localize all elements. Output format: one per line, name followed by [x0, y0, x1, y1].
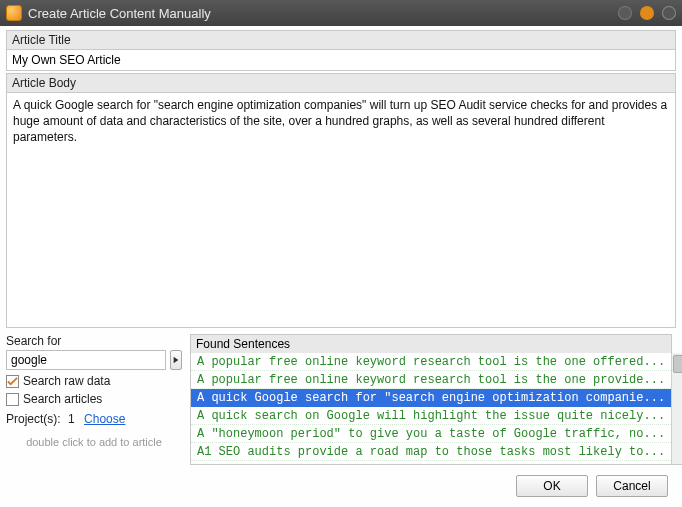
- list-item[interactable]: A1 SEO audits provide a road map to thos…: [191, 443, 671, 461]
- list-item[interactable]: A quick Google search for "search engine…: [191, 389, 671, 407]
- minimize-button[interactable]: [618, 6, 632, 20]
- search-articles-checkbox[interactable]: [6, 393, 19, 406]
- close-button[interactable]: [662, 6, 676, 20]
- search-raw-checkbox[interactable]: [6, 375, 19, 388]
- list-item[interactable]: A popular free online keyword research t…: [191, 353, 671, 371]
- search-raw-label: Search raw data: [23, 374, 110, 388]
- projects-row: Project(s): 1 Choose: [6, 412, 182, 426]
- list-item[interactable]: A popular free online keyword research t…: [191, 371, 671, 389]
- list-item[interactable]: A quick search on Google will highlight …: [191, 407, 671, 425]
- search-panel: Search for Search raw data Search articl…: [6, 334, 182, 465]
- choose-link[interactable]: Choose: [84, 412, 125, 426]
- search-input[interactable]: [6, 350, 166, 370]
- projects-count: 1: [68, 412, 75, 426]
- article-title-label: Article Title: [6, 30, 676, 49]
- projects-label: Project(s):: [6, 412, 61, 426]
- search-for-label: Search for: [6, 334, 182, 348]
- found-scrollbar[interactable]: [671, 353, 682, 464]
- article-title-input[interactable]: [6, 49, 676, 71]
- ok-button[interactable]: OK: [516, 475, 588, 497]
- play-icon: [172, 356, 180, 364]
- scrollbar-thumb[interactable]: [673, 355, 682, 373]
- list-item[interactable]: A "honeymoon period" to give you a taste…: [191, 425, 671, 443]
- check-icon: [7, 376, 18, 387]
- maximize-button[interactable]: [640, 6, 654, 20]
- dialog-buttons: OK Cancel: [6, 465, 676, 501]
- hint-text: double click to add to article: [6, 436, 182, 448]
- search-articles-label: Search articles: [23, 392, 102, 406]
- cancel-button[interactable]: Cancel: [596, 475, 668, 497]
- titlebar: Create Article Content Manually: [0, 0, 682, 26]
- found-sentences-label: Found Sentences: [190, 334, 672, 353]
- app-icon: [6, 5, 22, 21]
- article-body-textarea[interactable]: [6, 92, 676, 328]
- article-body-label: Article Body: [6, 73, 676, 92]
- search-go-button[interactable]: [170, 350, 182, 370]
- found-sentences-list[interactable]: A popular free online keyword research t…: [191, 353, 671, 464]
- svg-marker-0: [174, 357, 179, 363]
- dialog-content: Article Title Article Body Search for Se…: [0, 26, 682, 507]
- window-title: Create Article Content Manually: [28, 6, 211, 21]
